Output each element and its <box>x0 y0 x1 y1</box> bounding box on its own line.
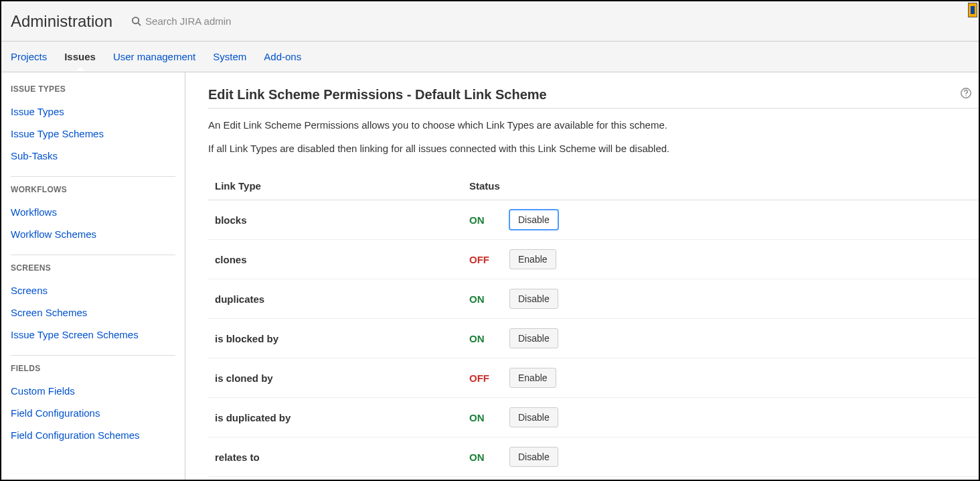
tab-system[interactable]: System <box>213 43 246 70</box>
svg-line-1 <box>138 23 141 25</box>
page-title: Edit Link Scheme Permissions - Default L… <box>208 87 547 102</box>
tab-issues[interactable]: Issues <box>64 43 96 70</box>
admin-nav-tabs: Projects Issues User management System A… <box>1 42 979 72</box>
disable-button[interactable]: Disable <box>509 289 558 309</box>
sidebar-item-field-configuration-schemes[interactable]: Field Configuration Schemes <box>11 424 175 446</box>
status-badge: OFF <box>463 358 503 398</box>
status-badge: ON <box>463 200 503 240</box>
main-content: Edit Link Scheme Permissions - Default L… <box>185 72 979 480</box>
tab-add-ons[interactable]: Add-ons <box>264 43 301 70</box>
sidebar-item-issue-type-screen-schemes[interactable]: Issue Type Screen Schemes <box>11 324 175 346</box>
admin-sidebar: ISSUE TYPES Issue Types Issue Type Schem… <box>1 72 185 480</box>
link-type-name: clones <box>208 240 463 279</box>
link-type-name: blocks <box>208 200 463 240</box>
action-cell: Disable <box>503 319 979 358</box>
action-cell: Disable <box>503 279 979 319</box>
link-type-name: is duplicated by <box>208 398 463 437</box>
status-badge: ON <box>463 398 503 437</box>
table-row: duplicatesONDisable <box>208 279 979 319</box>
page-heading: Administration <box>11 12 112 31</box>
link-type-name: is blocked by <box>208 319 463 358</box>
desc-line-1: An Edit Link Scheme Permissions allows y… <box>208 118 979 133</box>
disable-button[interactable]: Disable <box>509 407 558 427</box>
sidebar-item-custom-fields[interactable]: Custom Fields <box>11 380 175 402</box>
action-cell: Enable <box>503 240 979 279</box>
table-row: is blocked byONDisable <box>208 319 979 358</box>
desc-line-2: If all Link Types are disabled then link… <box>208 141 979 157</box>
table-row: relates toONDisable <box>208 437 979 477</box>
sidebar-item-issue-types[interactable]: Issue Types <box>11 100 175 123</box>
status-badge: ON <box>463 279 503 319</box>
sidebar-section-screens: SCREENS Screens Screen Schemes Issue Typ… <box>11 255 175 356</box>
svg-point-3 <box>965 95 966 96</box>
sidebar-heading: FIELDS <box>11 364 175 373</box>
action-cell: Enable <box>503 358 979 398</box>
sidebar-heading: WORKFLOWS <box>11 185 175 194</box>
page-description: An Edit Link Scheme Permissions allows y… <box>208 118 979 156</box>
admin-header: Administration <box>1 1 979 42</box>
notification-badge[interactable] <box>968 3 977 17</box>
status-badge: ON <box>463 319 503 358</box>
link-type-name: relates to <box>208 437 463 477</box>
enable-button[interactable]: Enable <box>509 249 556 269</box>
sidebar-item-field-configurations[interactable]: Field Configurations <box>11 402 175 424</box>
search-icon <box>131 16 141 26</box>
tab-projects[interactable]: Projects <box>11 43 47 70</box>
table-row: is duplicated byONDisable <box>208 398 979 437</box>
sidebar-section-fields: FIELDS Custom Fields Field Configuration… <box>11 356 175 456</box>
action-cell: Disable <box>503 437 979 477</box>
disable-button[interactable]: Disable <box>509 328 558 348</box>
sidebar-item-workflows[interactable]: Workflows <box>11 201 175 223</box>
table-row: is cloned byOFFEnable <box>208 358 979 398</box>
search-input[interactable] <box>145 15 293 27</box>
help-icon[interactable] <box>960 87 972 102</box>
table-row: clonesOFFEnable <box>208 240 979 279</box>
sidebar-item-workflow-schemes[interactable]: Workflow Schemes <box>11 223 175 245</box>
col-status: Status <box>463 175 979 200</box>
sidebar-section-issue-types: ISSUE TYPES Issue Types Issue Type Schem… <box>11 84 175 177</box>
link-types-table: Link Type Status blocksONDisableclonesOF… <box>208 175 979 477</box>
sidebar-item-screens[interactable]: Screens <box>11 279 175 301</box>
enable-button[interactable]: Enable <box>509 368 556 388</box>
sidebar-heading: ISSUE TYPES <box>11 84 175 94</box>
sidebar-item-screen-schemes[interactable]: Screen Schemes <box>11 301 175 324</box>
tab-user-management[interactable]: User management <box>113 43 195 70</box>
svg-point-0 <box>133 17 139 23</box>
link-type-name: duplicates <box>208 279 463 319</box>
status-badge: OFF <box>463 240 503 279</box>
disable-button[interactable]: Disable <box>509 210 558 230</box>
status-badge: ON <box>463 437 503 477</box>
action-cell: Disable <box>503 200 979 240</box>
sidebar-section-workflows: WORKFLOWS Workflows Workflow Schemes <box>11 177 175 255</box>
sidebar-heading: SCREENS <box>11 263 175 273</box>
col-link-type: Link Type <box>208 175 463 200</box>
disable-button[interactable]: Disable <box>509 447 558 467</box>
admin-search[interactable] <box>131 15 293 27</box>
action-cell: Disable <box>503 398 979 437</box>
sidebar-item-sub-tasks[interactable]: Sub-Tasks <box>11 145 175 167</box>
table-row: blocksONDisable <box>208 200 979 240</box>
link-type-name: is cloned by <box>208 358 463 398</box>
sidebar-item-issue-type-schemes[interactable]: Issue Type Schemes <box>11 123 175 145</box>
